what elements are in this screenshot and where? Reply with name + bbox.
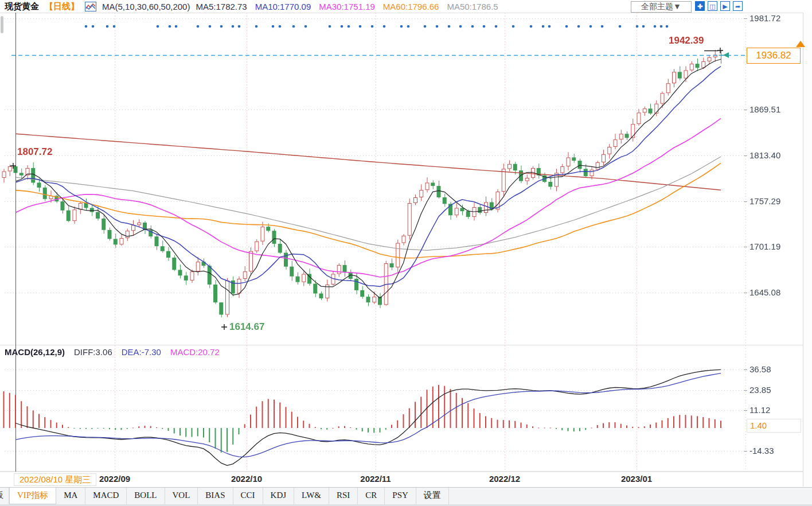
month-label: 2022/11	[341, 474, 410, 484]
macd-axis-tick: 36.58	[749, 364, 771, 374]
clipped-tab[interactable]: 板	[0, 488, 9, 504]
price-axis-tick: 1981.72	[749, 13, 780, 23]
month-label: 2022/10	[212, 474, 281, 484]
ma-values: MA5:1782.73MA10:1770.09MA30:1751.19MA60:…	[196, 2, 498, 11]
tab-VOL[interactable]: VOL	[165, 488, 198, 504]
right-edge-toolbar	[803, 13, 812, 486]
price-axis-tick: 1701.19	[749, 242, 780, 251]
tab-KDJ[interactable]: KDJ	[263, 488, 295, 504]
price-axis-tick: 1813.40	[749, 150, 780, 160]
tab-MA[interactable]: MA	[56, 488, 85, 504]
ma-settings-label: MA(5,10,30,60,50,200)	[102, 2, 190, 11]
main-chart-canvas[interactable]	[0, 0, 812, 506]
pane-export-icon[interactable]: ➦	[733, 1, 743, 11]
period-low-annotation: 1614.67	[229, 321, 264, 333]
left-high-annotation: 1807.72	[17, 146, 52, 158]
ma-value-chip: MA60:1796.66	[383, 2, 439, 11]
price-axis-tick: 1757.29	[749, 196, 780, 206]
ma-value-chip: MA5:1782.73	[196, 2, 247, 11]
macd-title: MACD(26,12,9)	[5, 347, 65, 357]
timeframe-label: 【日线】	[45, 1, 79, 12]
tab-RSI[interactable]: RSI	[329, 488, 358, 504]
current-price-tag: 1936.82	[747, 48, 801, 64]
date-axis: 2022/08/10 星期三 2022/092022/102022/112022…	[0, 472, 812, 487]
macd-indicator-header: MACD(26,12,9) DIFF:3.06 DEA:-7.30 MACD:2…	[5, 347, 220, 357]
tab-LW&[interactable]: LW&	[294, 488, 329, 504]
tab-MACD[interactable]: MACD	[85, 488, 127, 504]
indicator-tab-bar: 板VIP指标MAMACDBOLLVOLBIASCCIKDJLW&RSICRPSY…	[0, 487, 812, 506]
month-label: 2022/12	[470, 474, 539, 484]
price-axis-tick: 1869.51	[749, 104, 780, 114]
macd-dea-value: DEA:-7.30	[122, 347, 161, 357]
macd-current-value-tag: 1.40	[747, 419, 801, 433]
tab-CCI[interactable]: CCI	[233, 488, 263, 504]
tab-BOLL[interactable]: BOLL	[127, 488, 165, 504]
price-axis-tick: 1645.08	[749, 287, 780, 297]
macd-diff-value: DIFF:3.06	[74, 347, 112, 357]
month-label: 2022/09	[80, 474, 149, 484]
ma-value-chip: MA30:1751.19	[319, 2, 375, 11]
left-scrollbar-thumb[interactable]	[1, 16, 3, 33]
macd-macd-value: MACD:20.72	[170, 347, 220, 357]
tab-VIP指标[interactable]: VIP指标	[9, 488, 56, 504]
pane-play-icon[interactable]: ▶	[720, 1, 730, 11]
tab-CR[interactable]: CR	[358, 488, 385, 504]
month-label: 2023/01	[602, 474, 671, 484]
price-up-arrow-icon	[796, 41, 805, 47]
macd-axis-tick: 23.85	[749, 385, 771, 395]
line-chart-icon[interactable]	[85, 2, 96, 11]
period-high-annotation: 1942.39	[669, 35, 704, 46]
tab-PSY[interactable]: PSY	[385, 488, 416, 504]
ma-value-chip: MA10:1770.09	[255, 2, 311, 11]
header-icon-group: ✚◫▶➦	[695, 1, 743, 11]
macd-axis-tick: 11.12	[749, 405, 770, 415]
all-themes-dropdown[interactable]: 全部主题▼	[631, 1, 692, 13]
tab-设置[interactable]: 设置	[416, 488, 449, 504]
symbol-name: 现货黄金	[5, 1, 39, 12]
macd-axis-tick: -14.33	[749, 446, 774, 456]
ma-value-chip: MA50:1786.5	[447, 2, 498, 11]
tab-BIAS[interactable]: BIAS	[198, 488, 233, 504]
trading-app-window: 现货黄金 【日线】 MA(5,10,30,60,50,200) MA5:1782…	[0, 0, 812, 506]
pane-layout-icon[interactable]: ◫	[708, 1, 717, 11]
crosshair-grid-icon[interactable]: ✚	[695, 1, 705, 11]
